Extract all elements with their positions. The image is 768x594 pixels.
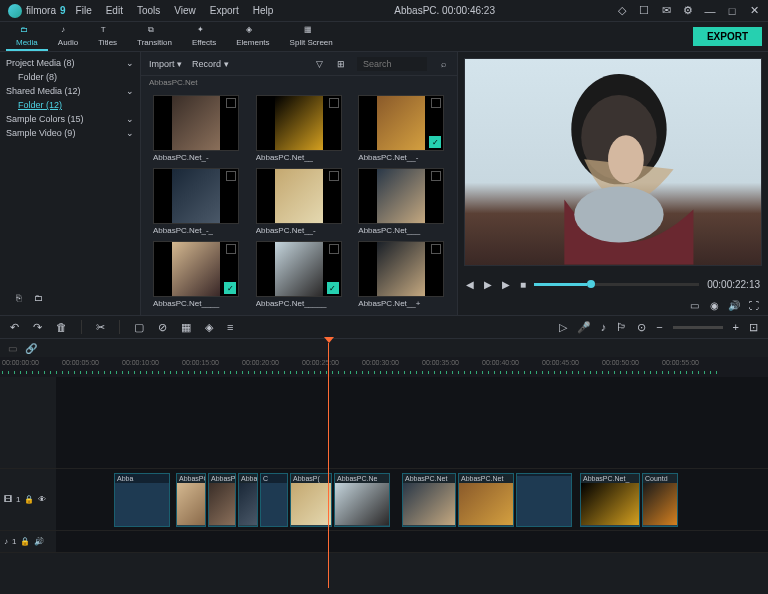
menu-tools[interactable]: Tools: [137, 5, 160, 16]
menu-edit[interactable]: Edit: [106, 5, 123, 16]
cut-icon[interactable]: ✂: [96, 321, 105, 334]
export-button[interactable]: EXPORT: [693, 27, 762, 46]
notify-icon[interactable]: ☐: [638, 5, 650, 17]
undo-icon[interactable]: ↶: [10, 321, 19, 334]
color-icon[interactable]: ▦: [181, 321, 191, 334]
search-icon[interactable]: ⌕: [437, 58, 449, 70]
clip[interactable]: Abba: [114, 473, 170, 527]
media-item[interactable]: AbbasPC.Net__-: [256, 168, 342, 235]
chain-icon[interactable]: 🔗: [25, 343, 37, 354]
marker-icon[interactable]: 🏳: [616, 321, 627, 333]
audio-track-label[interactable]: ♪1 🔒 🔊: [0, 531, 56, 552]
eye-icon[interactable]: 👁: [38, 495, 46, 504]
clip[interactable]: AbbasPC.Net: [458, 473, 514, 527]
tab-effects[interactable]: ✦Effects: [182, 23, 226, 51]
clip[interactable]: [516, 473, 572, 527]
menu-help[interactable]: Help: [253, 5, 274, 16]
audio-track: ♪1 🔒 🔊: [0, 531, 768, 553]
lock-icon[interactable]: 🔒: [24, 495, 34, 504]
screen-icon[interactable]: ▭: [688, 300, 700, 312]
clip[interactable]: Countd: [642, 473, 678, 527]
snapshot-icon[interactable]: ◉: [708, 300, 720, 312]
zoom-in-icon[interactable]: +: [733, 321, 739, 333]
media-item[interactable]: ✓AbbasPC.Net__-: [358, 95, 444, 162]
tab-audio[interactable]: ♪Audio: [48, 23, 88, 51]
grid-icon[interactable]: ⊞: [335, 58, 347, 70]
preview-video[interactable]: [464, 58, 762, 266]
fullscreen-icon[interactable]: ⛶: [748, 300, 760, 312]
video-track-content[interactable]: AbbaAbbasPCAbbasPAbbaCAbbasP(AbbasPC.NeA…: [56, 469, 768, 530]
clip[interactable]: AbbasPC.Net_: [580, 473, 640, 527]
tab-media[interactable]: 🗀Media: [6, 23, 48, 51]
search-input[interactable]: [357, 57, 427, 71]
clip[interactable]: AbbasPC.Net: [402, 473, 456, 527]
add-folder-icon[interactable]: ⎘: [12, 292, 24, 304]
maximize-icon[interactable]: □: [726, 5, 738, 17]
user-icon[interactable]: ◇: [616, 5, 628, 17]
green-icon[interactable]: ◈: [205, 321, 213, 334]
play-button[interactable]: ▶: [484, 279, 492, 290]
folder-icon[interactable]: 🗀: [32, 292, 44, 304]
filter-icon[interactable]: ▽: [313, 58, 325, 70]
zoom-slider[interactable]: [673, 326, 723, 329]
minimize-icon[interactable]: —: [704, 5, 716, 17]
magnet-icon[interactable]: ⊙: [637, 321, 646, 334]
media-item[interactable]: AbbasPC.Net_-_: [153, 168, 239, 235]
clip[interactable]: AbbasP(: [290, 473, 332, 527]
video-track-label[interactable]: 🎞1 🔒 👁: [0, 469, 56, 530]
clip[interactable]: Abba: [238, 473, 258, 527]
preview-panel: ◀ ▶ ▶ ■ 00:00:22:13 ▭ ◉ 🔊 ⛶: [458, 52, 768, 315]
close-icon[interactable]: ✕: [748, 5, 760, 17]
mic-icon[interactable]: 🎤: [577, 321, 591, 334]
clip[interactable]: AbbasPC.Ne: [334, 473, 390, 527]
clip[interactable]: AbbasP: [208, 473, 236, 527]
clip[interactable]: C: [260, 473, 288, 527]
stop-button[interactable]: ■: [520, 279, 526, 290]
tab-titles[interactable]: TTitles: [88, 23, 127, 51]
next-button[interactable]: ▶: [502, 279, 510, 290]
mixer-icon[interactable]: ♪: [601, 321, 607, 333]
redo-icon[interactable]: ↷: [33, 321, 42, 334]
media-item[interactable]: AbbasPC.Net___: [358, 168, 444, 235]
prev-button[interactable]: ◀: [466, 279, 474, 290]
media-item[interactable]: AbbasPC.Net__: [256, 95, 342, 162]
zoom-out-icon[interactable]: −: [656, 321, 662, 333]
link-icon[interactable]: ▭: [8, 343, 17, 354]
media-item[interactable]: AbbasPC.Net_-: [153, 95, 239, 162]
app-version: 9: [60, 5, 66, 16]
sidebar-item[interactable]: Folder (8): [6, 70, 134, 84]
preview-footer: ▭ ◉ 🔊 ⛶: [458, 297, 768, 315]
message-icon[interactable]: ✉: [660, 5, 672, 17]
tab-transition[interactable]: ⧉Transition: [127, 23, 182, 51]
fit-icon[interactable]: ⊡: [749, 321, 758, 334]
mute-icon[interactable]: 🔊: [34, 537, 44, 546]
import-dropdown[interactable]: Import ▾: [149, 59, 182, 69]
seek-bar[interactable]: [534, 283, 699, 286]
media-item[interactable]: AbbasPC.Net__+: [358, 241, 444, 308]
audio-track-content[interactable]: [56, 531, 768, 552]
delete-icon[interactable]: 🗑: [56, 321, 67, 333]
speed-icon[interactable]: ⊘: [158, 321, 167, 334]
tab-split-screen[interactable]: ▦Split Screen: [280, 23, 343, 51]
playhead[interactable]: [328, 343, 329, 588]
record-dropdown[interactable]: Record ▾: [192, 59, 229, 69]
media-item[interactable]: ✓AbbasPC.Net_____: [256, 241, 342, 308]
play-icon[interactable]: ▷: [559, 321, 567, 334]
settings-icon[interactable]: ⚙: [682, 5, 694, 17]
menu-file[interactable]: File: [76, 5, 92, 16]
media-item[interactable]: ✓AbbasPC.Net____: [153, 241, 239, 308]
lock-icon[interactable]: 🔒: [20, 537, 30, 546]
adjust-icon[interactable]: ≡: [227, 321, 233, 333]
crop-icon[interactable]: ▢: [134, 321, 144, 334]
ruler[interactable]: 00:00:00:0000:00:05:0000:00:10:0000:00:1…: [0, 357, 768, 377]
tab-elements[interactable]: ◈Elements: [226, 23, 279, 51]
menu-export[interactable]: Export: [210, 5, 239, 16]
sidebar-item[interactable]: Project Media (8)⌄: [6, 56, 134, 70]
clip[interactable]: AbbasPC: [176, 473, 206, 527]
volume-icon[interactable]: 🔊: [728, 300, 740, 312]
sidebar-item[interactable]: Sample Video (9)⌄: [6, 126, 134, 140]
sidebar-item[interactable]: Folder (12): [6, 98, 134, 112]
sidebar-item[interactable]: Shared Media (12)⌄: [6, 84, 134, 98]
sidebar-item[interactable]: Sample Colors (15)⌄: [6, 112, 134, 126]
menu-view[interactable]: View: [174, 5, 196, 16]
